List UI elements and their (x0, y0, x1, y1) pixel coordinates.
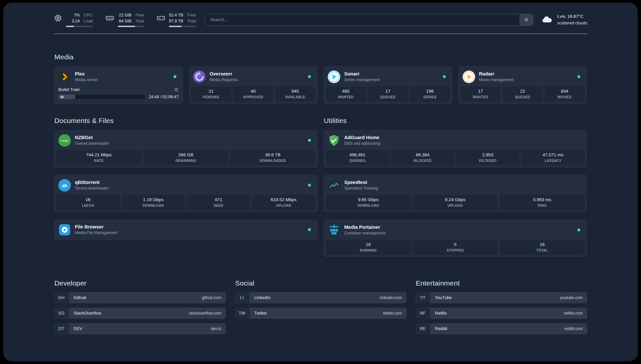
bookmark-domain: youtube.com (560, 295, 583, 300)
stat-value: 618.52 Mbps (253, 197, 314, 202)
stat-label: QUEUED (369, 95, 407, 99)
stat-tile: 744.21 Mbps RATE (56, 150, 141, 165)
sonarr-icon (328, 71, 340, 83)
qbittorrent-icon: qb (58, 179, 71, 192)
bookmark-domain: stackoverflow.com (189, 311, 221, 316)
stat-tile: 22 QUEUED (503, 86, 543, 102)
service-card-qbittorrent[interactable]: qb qBittorrent Torrent downloader 16 (54, 174, 318, 213)
ram-total-label: Total (136, 18, 144, 24)
stat-label: WANTED (327, 95, 365, 99)
service-card-nzbget[interactable]: nzbget NZBGet Usenet downloader 744.21 M… (54, 130, 318, 168)
service-title: Media Portainer (344, 225, 573, 230)
disk-free-label: Free (187, 13, 196, 18)
search-engine-button[interactable]: G (520, 14, 533, 25)
pause-icon (61, 96, 63, 98)
service-card-filebrowser[interactable]: File Browser Media File Management (54, 219, 318, 240)
filebrowser-icon (58, 224, 71, 236)
service-title: File Browser (75, 224, 304, 229)
stat-label: RUNNING (327, 248, 410, 252)
stat-label: LATENCY (523, 159, 583, 163)
service-card-portainer[interactable]: Media Portainer Container management 16 … (323, 219, 587, 258)
stat-value: 498,461 (327, 152, 388, 157)
now-playing-title: Bullet Train (58, 87, 80, 92)
stat-value: 196 (411, 89, 449, 94)
stat-value: 0.993 ms (501, 197, 583, 202)
stat-label: FILTERED (458, 159, 518, 163)
status-dot (308, 75, 311, 78)
status-dot (308, 184, 311, 187)
bookmark-name: StackOverflow (74, 311, 101, 316)
bookmark-linkedin[interactable]: LI LinkedInlinkedin.com (234, 292, 407, 303)
dashboard: 7% 3.24 CPU Load (3, 3, 638, 361)
search-input[interactable] (205, 14, 520, 25)
stat-label: STOPPED (414, 248, 497, 252)
bookmark-domain: reddit.com (564, 326, 583, 331)
svg-text:qb: qb (62, 183, 67, 188)
now-playing-widget: Bullet Train ⚙ 24:44 / 02:06:47 (56, 86, 181, 101)
stat-tile: 618.52 Mbps UPLOAD (252, 195, 315, 210)
stat-label: MOVIES (546, 95, 584, 99)
service-subtitle: DNS and adblocking (344, 141, 583, 146)
service-title: AdGuard Home (344, 135, 583, 140)
disk-icon (157, 14, 165, 22)
service-card-sonarr[interactable]: Sonarr Series management 485 WANTED 17 Q… (323, 66, 453, 104)
cpu-usage-value: 7% (74, 13, 80, 18)
stat-value: 22 (504, 89, 541, 94)
disk-total-value: 97.9 TB (169, 18, 183, 24)
stat-value: 17 (462, 89, 500, 94)
stat-label: AVAILABLE (277, 95, 314, 99)
bookmark-netflix[interactable]: NF Netflixnetflix.com (415, 308, 587, 319)
bookmark-group-entertainment: Entertainment YT YouTubeyoutube.com NF N… (415, 279, 587, 339)
stat-tile: 266 GB REMAINING (143, 150, 229, 165)
search-bar: G (205, 14, 533, 26)
developer-heading: Developer (54, 279, 226, 287)
service-title: Speedtest (344, 180, 583, 185)
bookmark-abbr: RE (415, 323, 430, 334)
service-card-speedtest[interactable]: Speedtest Speedtest Tracking 9.65 Gbps D… (323, 174, 587, 213)
service-card-plex[interactable]: Plex Media server Bullet Train ⚙ (54, 66, 183, 104)
bookmark-twitter[interactable]: TW Twittertwitter.com (234, 308, 407, 319)
bookmark-dev[interactable]: DT DEVdev.to (54, 323, 226, 334)
cpu-label: CPU (84, 13, 93, 18)
disk-progress-fill (169, 26, 182, 27)
stat-label: DOWNLOAD (123, 203, 184, 207)
stat-value: 266 GB (145, 152, 227, 157)
stat-tile: 21 PENDING (191, 86, 231, 102)
topbar-divider (54, 34, 587, 34)
service-card-adguard[interactable]: AdGuard Home DNS and adblocking 498,461 … (323, 130, 587, 168)
service-title: Plex (75, 71, 169, 76)
service-subtitle: Usenet downloader (75, 141, 304, 146)
service-card-radarr[interactable]: Radarr Movie management 17 WANTED 22 QUE… (458, 66, 588, 104)
stat-value: 40 (234, 89, 272, 94)
bookmark-abbr: TW (234, 308, 250, 319)
stat-value: 21 (193, 89, 230, 94)
memory-icon (106, 14, 114, 22)
bookmark-youtube[interactable]: YT YouTubeyoutube.com (415, 292, 587, 303)
memory-monitor: 22 GiB 64 GiB Free Total (106, 13, 144, 27)
service-subtitle: Container management (344, 231, 573, 235)
bookmark-github[interactable]: GH Githubgithub.com (54, 292, 226, 303)
stat-label: APPROVED (234, 95, 272, 99)
gear-icon[interactable]: ⚙ (174, 87, 178, 92)
status-dot (443, 75, 446, 78)
stat-value: 86,384 (392, 152, 453, 157)
ram-progress-bar (118, 26, 144, 27)
service-card-overseerr[interactable]: Overseerr Media Requests 21 PENDING 40 A… (189, 66, 318, 104)
media-heading: Media (54, 53, 587, 61)
bookmark-group-social: Social LI LinkedInlinkedin.com TW Twitte… (234, 279, 407, 323)
bookmark-abbr: NF (415, 308, 430, 319)
service-subtitle: Speedtest Tracking (344, 186, 583, 191)
stat-label: DOWNLOADED (231, 159, 314, 163)
service-title: Radarr (479, 71, 574, 76)
bookmark-abbr: DT (54, 323, 69, 334)
bookmark-reddit[interactable]: RE Redditreddit.com (415, 323, 587, 334)
stat-tile: 17 WANTED (461, 86, 501, 102)
status-dot (308, 139, 311, 142)
stat-tile: 86,384 BLOCKED (391, 150, 454, 165)
section-utilities: Utilities AdGuard Home DNS and adblockin… (323, 117, 587, 258)
cpu-progress-fill (66, 26, 74, 27)
stat-label: SERIES (411, 95, 449, 99)
disk-progress-bar (169, 26, 196, 27)
service-title: NZBGet (75, 135, 304, 140)
bookmark-stackoverflow[interactable]: SO StackOverflowstackoverflow.com (54, 308, 226, 319)
